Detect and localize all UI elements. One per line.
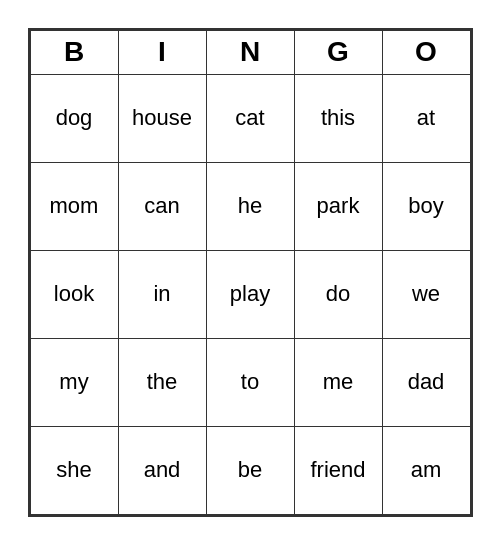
table-row: lookinplaydowe <box>30 250 470 338</box>
table-cell: friend <box>294 426 382 514</box>
table-row: sheandbefriendam <box>30 426 470 514</box>
col-b: B <box>30 30 118 74</box>
table-cell: and <box>118 426 206 514</box>
table-cell: dog <box>30 74 118 162</box>
table-row: doghousecatthisat <box>30 74 470 162</box>
table-cell: house <box>118 74 206 162</box>
table-cell: be <box>206 426 294 514</box>
table-cell: we <box>382 250 470 338</box>
table-cell: dad <box>382 338 470 426</box>
header-row: B I N G O <box>30 30 470 74</box>
table-row: mythetomedad <box>30 338 470 426</box>
table-cell: at <box>382 74 470 162</box>
table-cell: me <box>294 338 382 426</box>
table-cell: the <box>118 338 206 426</box>
col-i: I <box>118 30 206 74</box>
col-o: O <box>382 30 470 74</box>
table-cell: in <box>118 250 206 338</box>
bingo-table: B I N G O doghousecatthisatmomcanheparkb… <box>30 30 471 515</box>
col-g: G <box>294 30 382 74</box>
table-cell: he <box>206 162 294 250</box>
table-cell: she <box>30 426 118 514</box>
table-cell: do <box>294 250 382 338</box>
table-cell: to <box>206 338 294 426</box>
table-cell: park <box>294 162 382 250</box>
table-cell: my <box>30 338 118 426</box>
table-cell: cat <box>206 74 294 162</box>
table-cell: boy <box>382 162 470 250</box>
bingo-body: doghousecatthisatmomcanheparkboylookinpl… <box>30 74 470 514</box>
table-cell: am <box>382 426 470 514</box>
table-cell: can <box>118 162 206 250</box>
table-cell: mom <box>30 162 118 250</box>
table-cell: this <box>294 74 382 162</box>
table-cell: play <box>206 250 294 338</box>
col-n: N <box>206 30 294 74</box>
table-row: momcanheparkboy <box>30 162 470 250</box>
table-cell: look <box>30 250 118 338</box>
bingo-card: B I N G O doghousecatthisatmomcanheparkb… <box>28 28 473 517</box>
